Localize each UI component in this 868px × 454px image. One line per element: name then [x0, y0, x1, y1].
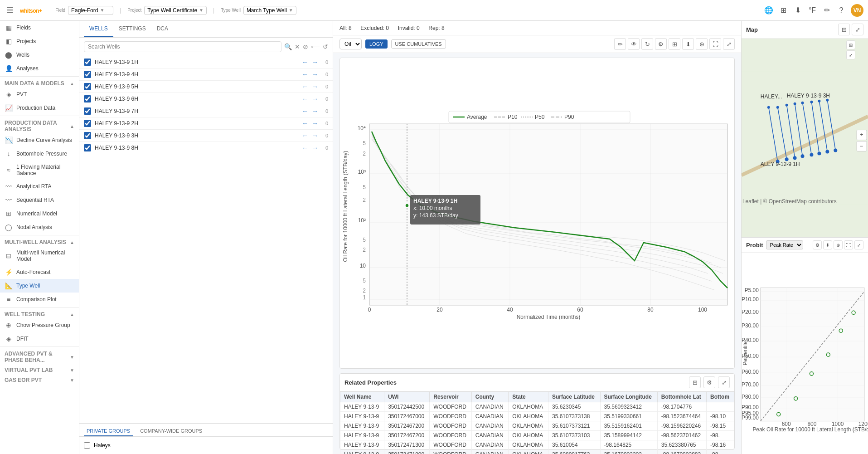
help-icon[interactable]: ? [836, 5, 846, 15]
well-checkbox[interactable] [84, 107, 91, 115]
well-arrow-right[interactable]: → [312, 132, 318, 139]
well-row[interactable]: HALEY 9-13-9 1H ← → 0 [79, 56, 333, 68]
clear-search-icon[interactable]: ✕ [295, 43, 300, 50]
use-cumulatives-button[interactable]: USE CUMULATIVES [391, 39, 446, 49]
sidebar-item-wells[interactable]: ⬤ Wells [0, 48, 79, 62]
group-row[interactable]: Haleys [84, 440, 328, 450]
sidebar-item-type-well[interactable]: 📐 Type Well [0, 279, 79, 293]
well-row[interactable]: HALEY 9-13-9 8H ← → 0 [79, 142, 333, 154]
sidebar-item-multiwell-numerical[interactable]: ⊟ Multi-well Numerical Model [0, 246, 79, 265]
probit-settings-icon[interactable]: ⚙ [813, 240, 822, 249]
chart-pencil-icon[interactable]: ✏ [614, 38, 626, 50]
sidebar-item-comparison-plot[interactable]: ≡ Comparison Plot [0, 293, 79, 306]
sidebar-item-sequential-rta[interactable]: 〰 Sequential RTA [0, 193, 79, 207]
chart-download-icon[interactable]: ⬇ [682, 38, 694, 50]
sidebar-item-auto-forecast[interactable]: ⚡ Auto-Forecast [0, 265, 79, 279]
probit-expand-icon[interactable]: ⛶ [844, 240, 853, 249]
sidebar-item-decline-curve[interactable]: 📉 Decline Curve Analysis [0, 133, 79, 147]
probit-zoom-icon[interactable]: ⊕ [834, 240, 843, 249]
search-icon[interactable]: 🔍 [284, 43, 292, 50]
chart-table-icon[interactable]: ⊞ [669, 38, 680, 50]
collapse-icon[interactable]: ▲ [70, 312, 74, 317]
well-arrow-right[interactable]: → [312, 71, 318, 78]
edit-icon[interactable]: ✏ [822, 5, 832, 15]
refresh-icon[interactable]: ↺ [323, 43, 328, 50]
collapse-icon[interactable]: ▼ [70, 378, 74, 383]
arrow-left-icon[interactable]: ⟵ [311, 43, 320, 50]
well-row[interactable]: HALEY 9-13-9 6H ← → 0 [79, 93, 333, 105]
avatar[interactable]: VN [851, 4, 863, 17]
collapse-icon[interactable]: ▼ [70, 355, 74, 360]
sidebar-item-projects[interactable]: ◧ Projects [0, 34, 79, 48]
map-body[interactable]: HALEY... HALEY 9-13-9 3H ALEY 9-12-9 1H … [742, 39, 868, 237]
chart-expand-icon[interactable]: ⛶ [709, 38, 721, 50]
table-row[interactable]: HALEY 9-13-9350172442500WOODFORDCANADIAN… [340, 402, 734, 412]
sidebar-item-nodal-analysis[interactable]: ◯ Nodal Analysis [0, 220, 79, 234]
well-arrow-right[interactable]: → [312, 107, 318, 115]
collapse-icon[interactable]: ▼ [70, 368, 74, 373]
chart-eye-icon[interactable]: 👁 [628, 38, 640, 50]
project-dropdown[interactable]: Type Well Certificate ▼ [144, 6, 207, 15]
sidebar-item-flowing-material-balance[interactable]: ≈ 1 Flowing Material Balance [0, 161, 79, 180]
rp-settings-icon[interactable]: ⚙ [703, 376, 715, 388]
tab-company-groups[interactable]: COMPANY-WIDE GROUPS [137, 426, 205, 436]
well-checkbox[interactable] [84, 83, 91, 90]
sidebar-item-bottomhole-pressure[interactable]: ↓ Bottomhole Pressure [0, 147, 79, 161]
well-checkbox[interactable] [84, 59, 91, 66]
well-arrow-right[interactable]: → [312, 144, 318, 151]
chart-fullscreen-icon[interactable]: ⤢ [723, 38, 735, 50]
map-corner-icon2[interactable]: ⤢ [846, 50, 855, 59]
collapse-icon[interactable]: ▲ [70, 81, 74, 86]
sidebar-item-production-data[interactable]: 📈 Production Data [0, 101, 79, 115]
tab-private-groups[interactable]: PRIVATE GROUPS [84, 426, 133, 436]
well-arrow-right[interactable]: → [312, 120, 318, 127]
field-dropdown[interactable]: Eagle-Ford ▼ [68, 6, 113, 15]
sidebar-item-pvt[interactable]: ◈ PVT [0, 88, 79, 101]
filter-icon[interactable]: ⊘ [303, 43, 308, 50]
well-checkbox[interactable] [84, 132, 91, 139]
tab-wells[interactable]: WELLS [84, 21, 113, 37]
well-row[interactable]: HALEY 9-13-9 5H ← → 0 [79, 81, 333, 93]
sidebar-item-numerical-model[interactable]: ⊞ Numerical Model [0, 207, 79, 220]
probit-download-icon[interactable]: ⬇ [823, 240, 832, 249]
rp-columns-icon[interactable]: ⊟ [689, 376, 701, 388]
well-row[interactable]: HALEY 9-13-9 7H ← → 0 [79, 105, 333, 117]
well-row[interactable]: HALEY 9-13-9 2H ← → 0 [79, 117, 333, 130]
well-arrow-left[interactable]: ← [302, 95, 308, 103]
well-arrow-left[interactable]: ← [302, 132, 308, 139]
well-checkbox[interactable] [84, 71, 91, 78]
chart-zoom-icon[interactable]: ⊕ [696, 38, 708, 50]
map-corner-icon1[interactable]: ⊞ [846, 40, 855, 49]
sidebar-item-fields[interactable]: ▦ Fields [0, 21, 79, 34]
well-arrow-right[interactable]: → [312, 59, 318, 66]
hamburger-icon[interactable]: ☰ [5, 4, 15, 17]
well-row[interactable]: HALEY 9-13-9 3H ← → 0 [79, 130, 333, 142]
probit-fullscreen-icon[interactable]: ⤢ [854, 240, 863, 249]
tab-dca[interactable]: DCA [151, 21, 174, 37]
logy-button[interactable]: LOGY [365, 39, 388, 49]
well-arrow-left[interactable]: ← [302, 120, 308, 127]
table-row[interactable]: HALEY 9-13-9350172467000WOODFORDCANADIAN… [340, 412, 734, 421]
well-checkbox[interactable] [84, 144, 91, 151]
well-checkbox[interactable] [84, 120, 91, 127]
sidebar-item-analytical-rta[interactable]: 〰 Analytical RTA [0, 180, 79, 193]
well-arrow-right[interactable]: → [312, 83, 318, 90]
sidebar-item-analyses[interactable]: 👤 Analyses [0, 62, 79, 75]
search-input[interactable] [84, 41, 281, 52]
collapse-icon[interactable]: ▲ [70, 124, 74, 129]
map-icon1[interactable]: ⊟ [838, 24, 850, 35]
table-row[interactable]: HALEY 9-13-9350172471900WOODFORDCANADIAN… [340, 450, 734, 454]
well-arrow-left[interactable]: ← [302, 107, 308, 115]
chart-settings-icon[interactable]: ⚙ [655, 38, 667, 50]
fluid-select[interactable]: Oil [339, 39, 362, 49]
table-row[interactable]: HALEY 9-13-9350172471300WOODFORDCANADIAN… [340, 440, 734, 450]
group-checkbox[interactable] [84, 442, 90, 449]
well-checkbox[interactable] [84, 95, 91, 103]
probit-select[interactable]: Peak Rate [766, 240, 803, 249]
table-row[interactable]: HALEY 9-13-9350172467200WOODFORDCANADIAN… [340, 421, 734, 431]
well-arrow-left[interactable]: ← [302, 59, 308, 66]
chart-refresh-icon[interactable]: ↻ [641, 38, 653, 50]
table-row[interactable]: HALEY 9-13-9350172467200WOODFORDCANADIAN… [340, 431, 734, 440]
sidebar-item-dfit[interactable]: ◈ DFIT [0, 332, 79, 346]
type-well-dropdown[interactable]: March Type Well ▼ [243, 6, 296, 15]
